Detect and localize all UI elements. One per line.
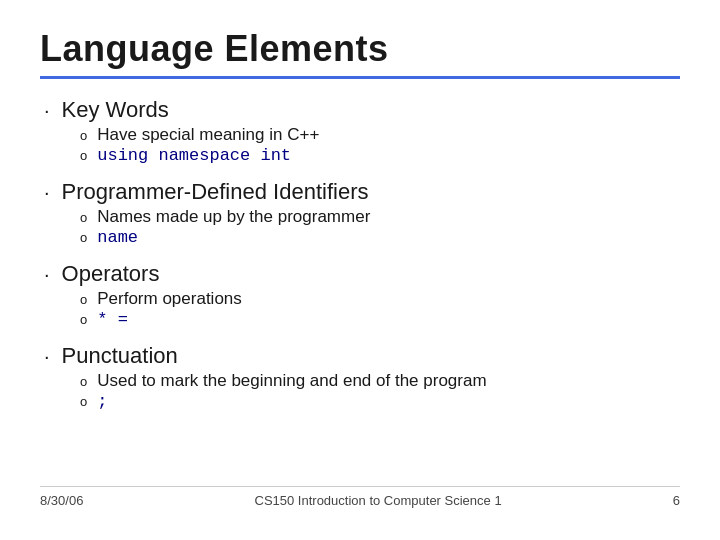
bullet-main-keywords: · Key Words (40, 97, 680, 123)
bullet-dot-punctuation: · (44, 345, 50, 368)
bullet-main-identifiers: · Programmer-Defined Identifiers (40, 179, 680, 205)
sub-bullet-id1: o (80, 230, 87, 245)
sub-text-id1: name (97, 228, 138, 247)
slide-title: Language Elements (40, 28, 680, 70)
sub-bullet-op0: o (80, 292, 87, 307)
sub-item-id-0: o Names made up by the programmer (80, 207, 680, 227)
section-operators: · Operators o Perform operations o * = (40, 261, 680, 329)
content-area: · Key Words o Have special meaning in C+… (40, 97, 680, 486)
sub-bullet-id0: o (80, 210, 87, 225)
sub-bullet-k0: o (80, 128, 87, 143)
bullet-dot-identifiers: · (44, 181, 50, 204)
title-underline (40, 76, 680, 79)
footer-page: 6 (673, 493, 680, 508)
section-identifiers: · Programmer-Defined Identifiers o Names… (40, 179, 680, 247)
sub-bullet-op1: o (80, 312, 87, 327)
section-keywords: · Key Words o Have special meaning in C+… (40, 97, 680, 165)
slide: Language Elements · Key Words o Have spe… (0, 0, 720, 540)
sub-text-k0: Have special meaning in C++ (97, 125, 319, 145)
sub-bullet-punc1: o (80, 394, 87, 409)
sub-items-keywords: o Have special meaning in C++ o using na… (80, 125, 680, 165)
sub-item-keywords-1: o using namespace int (80, 146, 680, 165)
sub-text-punc1: ; (97, 392, 107, 411)
bullet-label-identifiers: Programmer-Defined Identifiers (62, 179, 369, 205)
sub-item-punc-1: o ; (80, 392, 680, 411)
sub-bullet-k1: o (80, 148, 87, 163)
sub-text-punc0: Used to mark the beginning and end of th… (97, 371, 486, 391)
footer: 8/30/06 CS150 Introduction to Computer S… (40, 486, 680, 508)
sub-item-op-0: o Perform operations (80, 289, 680, 309)
bullet-dot-keywords: · (44, 99, 50, 122)
sub-text-op0: Perform operations (97, 289, 242, 309)
sub-item-keywords-0: o Have special meaning in C++ (80, 125, 680, 145)
sub-items-identifiers: o Names made up by the programmer o name (80, 207, 680, 247)
bullet-label-operators: Operators (62, 261, 160, 287)
bullet-dot-operators: · (44, 263, 50, 286)
footer-course: CS150 Introduction to Computer Science 1 (255, 493, 502, 508)
bullet-label-punctuation: Punctuation (62, 343, 178, 369)
sub-text-k1: using namespace int (97, 146, 291, 165)
sub-item-op-1: o * = (80, 310, 680, 329)
footer-date: 8/30/06 (40, 493, 83, 508)
bullet-label-keywords: Key Words (62, 97, 169, 123)
sub-items-operators: o Perform operations o * = (80, 289, 680, 329)
bullet-main-punctuation: · Punctuation (40, 343, 680, 369)
bullet-main-operators: · Operators (40, 261, 680, 287)
sub-item-punc-0: o Used to mark the beginning and end of … (80, 371, 680, 391)
sub-text-id0: Names made up by the programmer (97, 207, 370, 227)
section-punctuation: · Punctuation o Used to mark the beginni… (40, 343, 680, 411)
sub-items-punctuation: o Used to mark the beginning and end of … (80, 371, 680, 411)
sub-item-id-1: o name (80, 228, 680, 247)
sub-text-op1: * = (97, 310, 128, 329)
sub-bullet-punc0: o (80, 374, 87, 389)
